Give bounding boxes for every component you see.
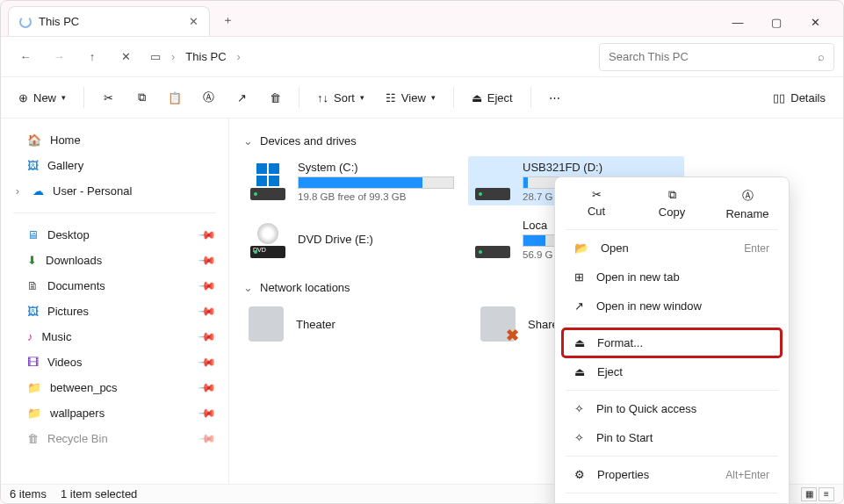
sidebar-item-folder[interactable]: 📁wallpapers📌 — [6, 400, 223, 426]
gallery-icon: 🖼 — [27, 159, 39, 172]
ctx-properties[interactable]: ⚙PropertiesAlt+Enter — [562, 460, 782, 489]
drive-icon — [249, 162, 287, 200]
pc-icon: ▭ — [150, 50, 161, 63]
sidebar-item-desktop[interactable]: 🖥Desktop📌 — [6, 222, 223, 248]
thumbnails-view-button[interactable]: ▦ — [801, 487, 817, 501]
sidebar-item-downloads[interactable]: ⬇Downloads📌 — [6, 248, 223, 273]
window-icon: ↗ — [574, 299, 584, 313]
close-button[interactable]: ✕ — [806, 16, 824, 29]
details-view-button[interactable]: ≡ — [819, 487, 834, 501]
separator — [83, 87, 84, 108]
paste-button[interactable]: 📋 — [160, 86, 190, 110]
sidebar-item-recycle[interactable]: 🗑Recycle Bin📌 — [6, 426, 223, 451]
separator — [13, 212, 216, 213]
pin-icon: 📌 — [198, 378, 217, 398]
pin-icon: ✧ — [574, 402, 584, 415]
ctx-more-options[interactable]: ☰Show more options — [562, 497, 782, 504]
sidebar-item-videos[interactable]: 🎞Videos📌 — [6, 349, 223, 375]
ctx-cut-button[interactable]: ✂Cut — [570, 188, 623, 220]
folder-icon: 📁 — [27, 381, 41, 394]
sidebar-item-home[interactable]: 🏠Home — [6, 127, 223, 153]
computer-icon — [249, 306, 284, 342]
forward-button[interactable]: → — [43, 41, 75, 73]
chevron-down-icon: ⌄ — [243, 281, 253, 294]
separator — [299, 87, 299, 108]
drive-free: 19.8 GB free of 99.3 GB — [298, 191, 454, 202]
ctx-open[interactable]: 📂OpenEnter — [562, 234, 782, 263]
separator — [566, 390, 778, 391]
plus-circle-icon: ⊕ — [18, 91, 28, 104]
details-pane-button[interactable]: ▯▯Details — [764, 86, 834, 110]
rename-icon: Ⓐ — [742, 188, 754, 204]
view-button[interactable]: ☷View▾ — [377, 86, 444, 110]
rename-button[interactable]: Ⓐ — [193, 84, 223, 111]
copy-button[interactable]: ⧉ — [126, 85, 156, 110]
scissors-icon: ✂ — [592, 188, 602, 201]
cut-button[interactable]: ✂ — [93, 86, 123, 110]
ctx-pin-start[interactable]: ✧Pin to Start — [562, 423, 782, 452]
view-switcher: ▦ ≡ — [801, 487, 834, 501]
sidebar-item-music[interactable]: ♪Music📌 — [6, 324, 223, 349]
pin-icon: 📌 — [198, 277, 217, 296]
ctx-format[interactable]: ⏏Format... — [562, 328, 782, 357]
sidebar-item-user[interactable]: ›☁User - Personal — [6, 178, 223, 204]
address-bar: ← → ↑ ✕ ▭ › This PC › ⌕ — [1, 36, 843, 76]
search-input[interactable] — [609, 50, 818, 63]
details-icon: ▯▯ — [773, 91, 785, 104]
separator — [566, 493, 778, 493]
ctx-copy-button[interactable]: ⧉Copy — [646, 188, 698, 220]
sidebar-item-gallery[interactable]: 🖼Gallery — [6, 153, 223, 178]
more-button[interactable]: ⋯ — [540, 86, 570, 110]
window-controls: — ▢ ✕ — [729, 16, 836, 36]
pin-icon: 📌 — [198, 302, 217, 321]
sidebar-item-documents[interactable]: 🗎Documents📌 — [6, 273, 223, 299]
eject-button[interactable]: ⏏Eject — [463, 86, 522, 110]
sidebar-item-pictures[interactable]: 🖼Pictures📌 — [6, 299, 223, 324]
share-button[interactable]: ↗ — [227, 86, 256, 110]
section-devices[interactable]: ⌄Devices and drives — [243, 134, 829, 148]
new-tab-button[interactable]: ＋ — [213, 6, 242, 34]
ctx-pin-quick[interactable]: ✧Pin to Quick access — [562, 394, 782, 423]
sort-icon: ↑↓ — [317, 91, 328, 104]
ctx-eject[interactable]: ⏏Eject — [562, 357, 782, 386]
breadcrumb[interactable]: ▭ › This PC › — [143, 43, 248, 71]
network-location[interactable]: Theater — [243, 303, 454, 345]
search-icon[interactable]: ⌕ — [818, 50, 825, 63]
up-button[interactable]: ↑ — [76, 41, 108, 73]
drive-icon — [473, 220, 512, 258]
recycle-icon: 🗑 — [27, 432, 39, 445]
drive-dvd-e[interactable]: DVD DVD Drive (E:) — [243, 214, 459, 263]
separator — [566, 456, 778, 457]
search-box[interactable]: ⌕ — [599, 43, 834, 71]
onedrive-icon: ☁ — [32, 184, 44, 198]
sort-button[interactable]: ↑↓Sort▾ — [308, 86, 373, 110]
delete-button[interactable]: 🗑 — [260, 86, 290, 110]
new-button[interactable]: ⊕ New ▾ — [10, 86, 75, 110]
folder-icon: 📁 — [27, 407, 41, 420]
chevron-down-icon: ▾ — [61, 93, 66, 102]
drive-system-c[interactable]: System (C:)19.8 GB free of 99.3 GB — [243, 156, 459, 205]
maximize-button[interactable]: ▢ — [768, 16, 785, 29]
minimize-button[interactable]: — — [729, 16, 747, 29]
drive-label: USB321FD (D:) — [523, 161, 679, 174]
refresh-button[interactable]: ✕ — [110, 41, 141, 73]
ctx-open-new-window[interactable]: ↗Open in new window — [562, 292, 782, 320]
copy-icon: ⧉ — [668, 188, 676, 202]
pin-icon: 📌 — [198, 328, 217, 347]
music-icon: ♪ — [27, 330, 33, 343]
ctx-rename-button[interactable]: ⒶRename — [721, 188, 774, 220]
tab-this-pc[interactable]: This PC ✕ — [8, 6, 210, 36]
drive-label: System (C:) — [298, 161, 454, 174]
pin-icon: 📌 — [198, 251, 217, 270]
breadcrumb-item[interactable]: This PC — [185, 50, 226, 63]
desktop-icon: 🖥 — [27, 228, 39, 241]
copy-icon: ⧉ — [138, 90, 146, 104]
ctx-open-new-tab[interactable]: ⊞Open in new tab — [562, 263, 782, 292]
back-button[interactable]: ← — [10, 41, 41, 73]
chevron-down-icon: ▾ — [360, 93, 364, 102]
chevron-right-icon[interactable]: › — [11, 184, 24, 198]
tab-close-icon[interactable]: ✕ — [189, 15, 198, 28]
chevron-down-icon: ⌄ — [243, 134, 253, 148]
sidebar-item-folder[interactable]: 📁between_pcs📌 — [6, 375, 223, 400]
item-count: 6 items — [10, 487, 47, 500]
